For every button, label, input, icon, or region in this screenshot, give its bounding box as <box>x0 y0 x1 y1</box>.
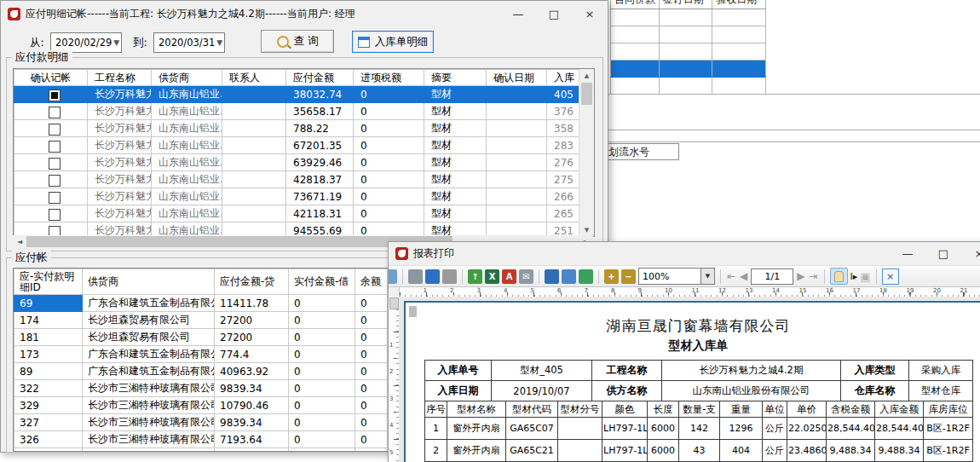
table-row[interactable]: 长沙万科魅力...山东南山铝业...788.220型材358 <box>14 120 580 137</box>
minimize-button[interactable]: — <box>500 1 536 26</box>
title-bar[interactable]: 应付明细记帐------当前工程: 长沙万科魅力之城4.2期------当前用户… <box>1 1 608 26</box>
column-header[interactable]: 供货商 <box>152 70 222 86</box>
payable-account-grid[interactable]: 应-实付款明细ID供货商应付金额-贷实付金额-借余额 69广东合和建筑五金制品有… <box>13 268 389 452</box>
info-label: 供方名称 <box>592 381 662 401</box>
close-button[interactable]: × <box>572 1 608 26</box>
table-row[interactable]: 173广东合和建筑五金制品有限公司774.400 <box>14 346 388 363</box>
table-row[interactable]: 长沙万科魅力...山东南山铝业...42818.370型材275 <box>14 171 580 188</box>
column-header[interactable]: 摘要 <box>424 70 487 86</box>
table-row[interactable]: 181长沙坦森贸易有限公司2720000 <box>14 329 388 346</box>
copy-icon[interactable]: ▣ <box>860 270 870 283</box>
column-header[interactable]: 确认日期 <box>487 70 547 86</box>
column-header[interactable]: 进项税额 <box>354 70 424 86</box>
table-row[interactable]: 69广东合和建筑五金制品有限公司11411.7800 <box>14 295 388 312</box>
table-row[interactable]: 长沙万科魅力...山东南山铝业...42118.310型材265 <box>14 205 580 222</box>
column-header: 单位 <box>763 401 787 418</box>
info-value: 山东南山铝业股份有限公司 <box>662 381 841 401</box>
table-row[interactable]: 长沙万科魅力...山东南山铝业...67201.350型材283 <box>14 137 580 154</box>
zoom-out-icon[interactable]: − <box>621 269 636 284</box>
column-header[interactable]: 联系人 <box>222 70 286 86</box>
confirm-checkbox[interactable] <box>49 158 61 170</box>
column-header[interactable]: 入库 <box>547 70 580 86</box>
table-cell: 67201.35 <box>286 137 354 154</box>
confirm-checkbox[interactable] <box>49 107 61 118</box>
print-icon[interactable] <box>408 269 423 284</box>
column-header[interactable]: 供货商 <box>83 269 215 295</box>
zoom-in-icon[interactable]: + <box>604 269 619 284</box>
preview-area[interactable]: 湖南亘晟门窗幕墙有限公司 型材入库单 入库单号型材_405工程名称长沙万科魅力之… <box>399 297 980 462</box>
to-date-select[interactable]: 2020/03/31 ▼ <box>153 32 225 53</box>
confirm-checkbox[interactable] <box>49 124 61 136</box>
pdf-export-icon[interactable]: A <box>502 269 516 284</box>
table-row[interactable] <box>610 26 766 43</box>
hand-tool-icon[interactable] <box>830 268 848 285</box>
table-row[interactable]: 327长沙市三湘特种玻璃有限公司9839.3400 <box>14 414 388 431</box>
close-preview-icon[interactable]: × <box>882 269 899 285</box>
prev-page-icon[interactable]: ◀ <box>740 270 747 282</box>
confirm-checkbox[interactable] <box>49 209 61 221</box>
scroll-up-arrow[interactable]: ▲ <box>579 69 594 82</box>
table-row[interactable]: 89广东合和建筑五金制品有限公司40963.9200 <box>14 363 388 380</box>
table-row[interactable] <box>610 43 766 61</box>
save-icon[interactable] <box>545 269 559 284</box>
close-button[interactable]: × <box>961 242 980 265</box>
column-header[interactable]: 实付金额-借 <box>289 269 355 295</box>
page-setup-icon[interactable] <box>425 269 440 284</box>
confirm-checkbox[interactable] <box>49 192 61 204</box>
table-row[interactable] <box>610 78 766 95</box>
table-row[interactable] <box>610 9 766 26</box>
table-row[interactable]: 长沙万科魅力...山东南山铝业...38032.740型材405 <box>14 86 580 103</box>
maximize-button[interactable]: □ <box>925 242 961 265</box>
table-cell: 0 <box>289 312 355 329</box>
page-indicator[interactable]: 1/1 <box>751 269 793 285</box>
app-icon <box>395 247 408 260</box>
last-page-icon[interactable]: ⇥ <box>810 270 818 282</box>
table-cell: 0 <box>355 380 388 397</box>
minimize-button[interactable]: — <box>890 242 925 265</box>
maximize-button[interactable]: □ <box>536 1 572 26</box>
zoom-level-select[interactable]: 100% ▼ <box>638 268 715 285</box>
column-header[interactable]: 余额 <box>355 269 388 295</box>
table-row[interactable]: 326长沙市三湘特种玻璃有限公司7193.6400 <box>14 431 388 448</box>
next-page-icon[interactable]: ▶ <box>797 270 804 282</box>
title-bar[interactable]: 报表打印 — □ × <box>389 242 980 265</box>
table-row[interactable]: 174长沙坦森贸易有限公司2720000 <box>14 312 388 329</box>
confirm-checkbox[interactable] <box>49 90 61 101</box>
checkbox-cell <box>14 86 88 103</box>
ruler-scroll-button[interactable] <box>389 297 399 309</box>
table-row[interactable]: 长沙万科魅力...山东南山铝业...73671.190型材266 <box>14 188 580 205</box>
inbound-detail-button[interactable]: 入库单明细 <box>352 31 434 53</box>
query-button[interactable]: 查 询 <box>261 30 334 53</box>
partial-left-icon[interactable] <box>389 269 397 284</box>
grid-icon[interactable] <box>579 269 593 284</box>
table-cell <box>487 120 547 137</box>
scroll-down-arrow[interactable]: ▼ <box>579 223 594 236</box>
table-cell: 山东南山铝业... <box>152 103 222 120</box>
table-row[interactable]: 329长沙市三湘特种玻璃有限公司10790.4600 <box>14 397 388 414</box>
column-header[interactable]: 应-实付款明细ID <box>14 269 83 295</box>
payable-detail-grid[interactable]: 确认记帐工程名称供货商联系人应付金额进项税额摘要确认日期入库 长沙万科魅力...… <box>13 68 595 237</box>
table-row[interactable]: 长沙万科魅力...山东南山铝业...35658.170型材376 <box>14 103 580 120</box>
table-cell <box>222 137 286 154</box>
column-header[interactable]: 应付金额 <box>286 70 354 86</box>
confirm-checkbox[interactable] <box>49 141 61 153</box>
table-row[interactable]: 长沙万科魅力...山东南山铝业...63929.460型材276 <box>14 154 580 171</box>
ruler-number: 6 <box>557 287 561 294</box>
column-header[interactable]: 应付金额-贷 <box>215 269 289 295</box>
first-page-icon[interactable]: ⇤ <box>727 270 735 282</box>
options-icon[interactable] <box>442 269 457 284</box>
table-row[interactable]: 长沙市三湘特种玻璃有限公司 <box>14 448 388 453</box>
confirm-checkbox[interactable] <box>49 175 61 187</box>
column-header[interactable]: 确认记帐 <box>14 70 88 86</box>
scrollbar-thumb[interactable] <box>581 83 592 105</box>
mail-icon[interactable]: ✉ <box>519 269 533 284</box>
text-select-icon[interactable]: I▸ <box>850 271 858 282</box>
excel-export-icon[interactable]: X <box>485 269 499 284</box>
vertical-scrollbar[interactable]: ▲ ▼ <box>579 69 594 236</box>
table-row[interactable]: 322长沙市三湘特种玻璃有限公司9839.3400 <box>14 380 388 397</box>
export-icon[interactable]: ↑ <box>468 269 482 284</box>
column-header[interactable]: 工程名称 <box>88 70 152 86</box>
document-icon[interactable] <box>562 269 576 284</box>
table-row[interactable] <box>610 61 766 78</box>
scroll-left-arrow[interactable]: ◄ <box>13 238 26 245</box>
